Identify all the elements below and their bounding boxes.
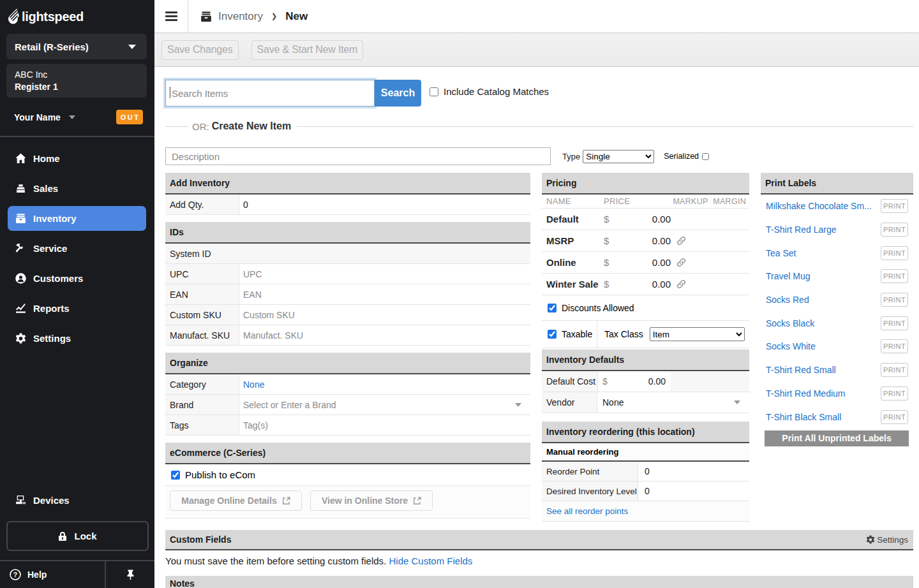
svg-text:?: ? xyxy=(13,571,17,578)
